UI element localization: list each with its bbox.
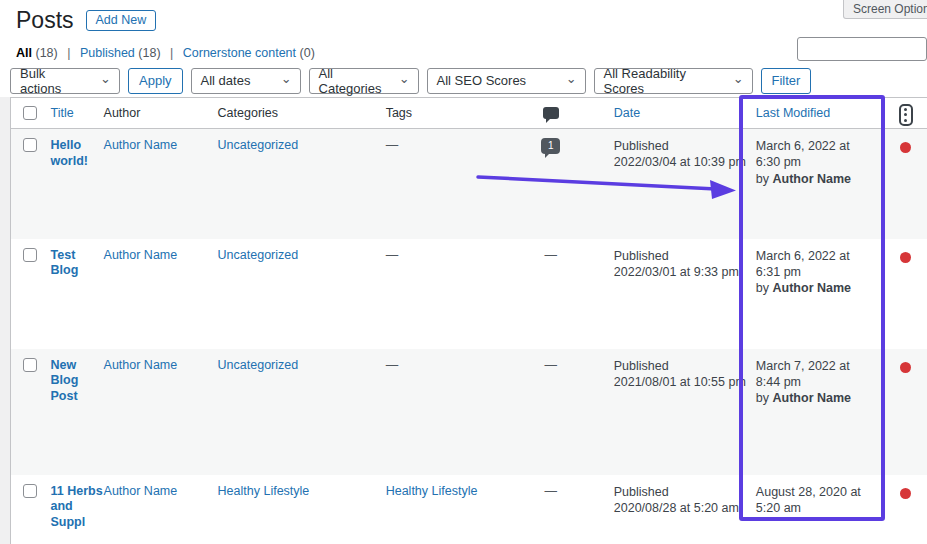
seo-score-dot: [900, 142, 911, 153]
select-all-checkbox[interactable]: [23, 106, 37, 120]
separator: |: [67, 46, 70, 60]
seo-scores-filter-select[interactable]: All SEO Scores ⌄: [427, 68, 586, 94]
author-link[interactable]: Author Name: [104, 138, 178, 152]
page-title: Posts: [16, 7, 74, 34]
tags-value: —: [386, 358, 399, 372]
post-date: 2021/08/01 at 10:55 pm: [614, 374, 742, 390]
row-checkbox[interactable]: [23, 484, 37, 498]
add-new-button[interactable]: Add New: [86, 10, 157, 32]
post-title-link[interactable]: Test Blog: [51, 248, 104, 279]
table-row: 11 Herbs and Suppl Author Name Healthy L…: [11, 475, 927, 544]
category-link[interactable]: Uncategorized: [218, 248, 299, 262]
chevron-down-icon: ⌄: [100, 74, 111, 84]
sort-date-header[interactable]: Date: [614, 106, 640, 120]
filter-toolbar: Bulk actions ⌄ Apply All dates ⌄ All Cat…: [10, 67, 819, 94]
screen-options-label: Screen Options: [853, 2, 927, 16]
view-published-link[interactable]: Published: [80, 46, 135, 60]
sort-last-modified-header[interactable]: Last Modified: [756, 106, 830, 120]
comment-count-bubble[interactable]: 1: [541, 138, 560, 154]
categories-header: Categories: [218, 98, 386, 129]
view-all-count: (18): [35, 46, 57, 60]
post-date: 2022/03/01 at 9:33 pm: [614, 264, 742, 280]
posts-table: Title Author Categories Tags Date Last M…: [10, 97, 927, 544]
comment-count: —: [545, 358, 558, 372]
post-date: 2022/03/04 at 10:39 pm: [614, 154, 742, 170]
author-link[interactable]: Author Name: [104, 484, 178, 498]
filter-button[interactable]: Filter: [761, 68, 812, 94]
seo-score-dot: [900, 488, 911, 499]
view-all-link[interactable]: All: [16, 46, 32, 60]
page-gutter: [0, 97, 10, 544]
apply-button[interactable]: Apply: [128, 68, 183, 94]
modified-by-author: Author Name: [773, 172, 851, 186]
last-modified-date: March 6, 2022 at 6:30 pm: [756, 138, 877, 171]
readability-scores-filter-select[interactable]: All Readability Scores ⌄: [594, 68, 753, 94]
category-link[interactable]: Uncategorized: [218, 358, 299, 372]
bulk-actions-select[interactable]: Bulk actions ⌄: [10, 68, 120, 94]
view-cornerstone-count: (0): [300, 46, 315, 60]
table-row: Test Blog Author Name Uncategorized — — …: [11, 239, 927, 349]
tags-value: —: [386, 138, 399, 152]
comment-count: —: [545, 248, 558, 262]
chevron-down-icon: ⌄: [399, 74, 410, 84]
author-link[interactable]: Author Name: [104, 248, 178, 262]
last-modified-date: August 28, 2020 at 5:20 am: [756, 484, 877, 517]
separator: |: [170, 46, 173, 60]
tags-value: —: [386, 248, 399, 262]
category-link[interactable]: Healthy Lifestyle: [218, 484, 310, 498]
author-header: Author: [104, 98, 218, 129]
seo-score-dot: [900, 362, 911, 373]
view-published-count: (18): [138, 46, 160, 60]
modified-by-author: Author Name: [773, 391, 851, 405]
categories-filter-select[interactable]: All Categories ⌄: [309, 68, 419, 94]
tags-header: Tags: [386, 98, 506, 129]
seo-score-dot: [900, 252, 911, 263]
tag-link[interactable]: Healthy Lifestyle: [386, 484, 478, 498]
chevron-down-icon: ⌄: [733, 74, 744, 84]
comment-count: —: [545, 484, 558, 498]
post-title-link[interactable]: New Blog Post: [51, 358, 104, 405]
post-date: 2020/08/28 at 5:20 am: [614, 500, 742, 516]
post-status: Published: [614, 138, 742, 154]
author-link[interactable]: Author Name: [104, 358, 178, 372]
page-header: Posts Add New: [16, 7, 156, 34]
table-header-row: Title Author Categories Tags Date Last M…: [11, 98, 927, 129]
post-title-link[interactable]: Hello world!: [51, 138, 104, 169]
chevron-down-icon: ⌄: [281, 74, 292, 84]
sort-title-header[interactable]: Title: [51, 106, 74, 120]
modified-by-author: Author Name: [773, 281, 851, 295]
category-link[interactable]: Uncategorized: [218, 138, 299, 152]
post-status: Published: [614, 484, 742, 500]
last-modified-date: March 7, 2022 at 8:44 pm: [756, 358, 877, 391]
chevron-down-icon: ⌄: [566, 74, 577, 84]
screen-options-tab[interactable]: Screen Options: [843, 0, 927, 19]
table-row: New Blog Post Author Name Uncategorized …: [11, 349, 927, 475]
row-checkbox[interactable]: [23, 138, 37, 152]
search-posts-input[interactable]: [797, 37, 927, 61]
view-links: All (18) | Published (18) | Cornerstone …: [16, 46, 315, 60]
post-title-link[interactable]: 11 Herbs and Suppl: [51, 484, 104, 531]
comments-icon: [543, 107, 559, 119]
view-cornerstone-link[interactable]: Cornerstone content: [183, 46, 296, 60]
post-status: Published: [614, 358, 742, 374]
last-modified-date: March 6, 2022 at 6:31 pm: [756, 248, 877, 281]
dates-filter-select[interactable]: All dates ⌄: [191, 68, 301, 94]
post-status: Published: [614, 248, 742, 264]
row-checkbox[interactable]: [23, 248, 37, 262]
table-row: Hello world! Author Name Uncategorized —…: [11, 129, 927, 239]
seo-score-column-icon: [899, 104, 913, 126]
row-checkbox[interactable]: [23, 358, 37, 372]
